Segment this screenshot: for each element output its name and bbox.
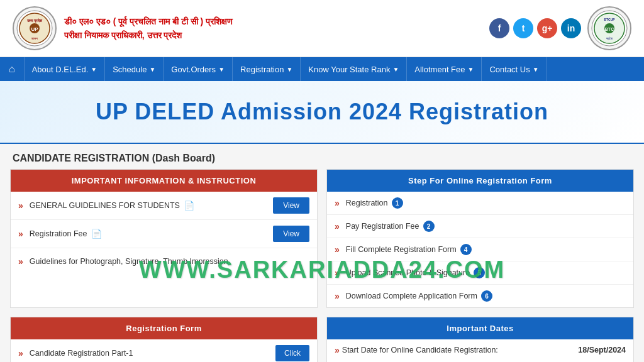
svg-text:BTC: BTC xyxy=(605,27,614,31)
important-dates-panel: Important Dates » Start Date for Online … xyxy=(326,317,634,362)
document-icon: 📄 xyxy=(91,229,102,239)
chevron-down-icon: ▼ xyxy=(392,66,399,73)
bullet-icon: » xyxy=(18,229,23,239)
bullet-icon: » xyxy=(335,221,340,231)
svg-text:प्रदेश: प्रदेश xyxy=(606,36,613,41)
step-number: 2 xyxy=(423,221,435,232)
hero-title: UP DELED Admission 2024 Registration xyxy=(13,99,631,125)
list-item: » Download Complete Application Form 6 xyxy=(327,285,633,307)
list-item: » Registration 1 xyxy=(327,192,633,215)
page-header: उत्तर प्रदेश UP शासन डी० एल० एड० ( पूर्व… xyxy=(0,0,644,57)
header-left: उत्तर प्रदेश UP शासन डी० एल० एड० ( पूर्व… xyxy=(13,6,233,50)
bullet-icon: » xyxy=(335,268,340,278)
registration-form-header: Registration Form xyxy=(11,317,317,339)
nav-allotment-fee[interactable]: Allotment Fee ▼ xyxy=(407,57,482,81)
bullet-icon: » xyxy=(18,256,23,266)
important-info-body: » GENERAL GUIDELINES FOR STUDENTS 📄 View… xyxy=(11,192,317,275)
bullet-icon: » xyxy=(335,291,340,301)
nav-govt-orders[interactable]: Govt.Orders ▼ xyxy=(164,57,233,81)
step-number: 1 xyxy=(392,197,403,209)
facebook-icon[interactable]: f xyxy=(489,18,509,38)
bullet-icon: » xyxy=(335,198,340,208)
nav-registration[interactable]: Registration ▼ xyxy=(233,57,301,81)
header-title: डी० एल० एड० ( पूर्व प्रचलित नाम बी टी सी… xyxy=(64,14,233,43)
home-icon: ⌂ xyxy=(9,63,15,75)
nav-schedule[interactable]: Schedule ▼ xyxy=(105,57,164,81)
document-icon: 📄 xyxy=(184,200,194,211)
step-number: 4 xyxy=(460,244,472,255)
view-registration-fee-button[interactable]: View xyxy=(273,226,309,242)
bullet-icon: » xyxy=(18,200,23,211)
registration-form-body: » Candidate Registration Part-1 Click xyxy=(11,339,317,362)
chevron-down-icon: ▼ xyxy=(91,66,97,73)
bullet-icon: » xyxy=(18,348,23,358)
step-number: 5 xyxy=(474,267,485,278)
list-item: » Fill Complete Registration Form 4 xyxy=(327,238,633,261)
steps-header: Step For Online Registration Form xyxy=(327,170,633,192)
navbar: ⌂ About D.EL.Ed. ▼ Schedule ▼ Govt.Order… xyxy=(0,57,644,81)
content-area: IMPORTANT INFORMATION & INSTRUCTION » GE… xyxy=(0,169,644,362)
content-grid: IMPORTANT INFORMATION & INSTRUCTION » GE… xyxy=(0,169,644,362)
list-item: » Upload Scanned Photo & Signature 5 xyxy=(327,261,633,285)
svg-text:शासन: शासन xyxy=(31,36,38,40)
important-dates-header: Important Dates xyxy=(327,317,633,339)
steps-body: » Registration 1 » Pay Registration Fee … xyxy=(327,192,633,307)
list-item: » Guidelines for Photograph, Signature, … xyxy=(11,248,317,275)
svg-text:UP: UP xyxy=(31,26,38,32)
section-title: CANDIDATE REGISTRATION (Dash Board) xyxy=(0,144,644,169)
nav-state-rank[interactable]: Know Your State Rank ▼ xyxy=(301,57,407,81)
important-dates-body: » Start Date for Online Candidate Regist… xyxy=(327,339,633,361)
date-value: 18/Sept/2024 xyxy=(578,346,626,354)
list-item: » Candidate Registration Part-1 Click xyxy=(11,339,317,362)
step-number: 6 xyxy=(481,290,492,302)
twitter-icon[interactable]: t xyxy=(513,18,533,38)
list-item: » Pay Registration Fee 2 xyxy=(327,215,633,238)
click-registration-button[interactable]: Click xyxy=(275,345,309,361)
logo-left: उत्तर प्रदेश UP शासन xyxy=(13,6,57,50)
chevron-down-icon: ▼ xyxy=(286,66,292,73)
chevron-down-icon: ▼ xyxy=(533,66,539,73)
logo-right: BTCUP BTC प्रदेश xyxy=(587,6,631,50)
svg-text:उत्तर प्रदेश: उत्तर प्रदेश xyxy=(26,18,43,23)
header-right: f t g+ in BTCUP BTC प्रदेश xyxy=(489,6,631,50)
list-item: » Registration Fee 📄 View xyxy=(11,220,317,248)
bullet-icon: » xyxy=(335,244,340,255)
list-item: » GENERAL GUIDELINES FOR STUDENTS 📄 View xyxy=(11,192,317,220)
nav-about[interactable]: About D.EL.Ed. ▼ xyxy=(25,57,106,81)
chevron-down-icon: ▼ xyxy=(218,66,225,73)
chevron-down-icon: ▼ xyxy=(149,66,155,73)
registration-form-panel: Registration Form » Candidate Registrati… xyxy=(10,317,318,362)
svg-text:BTCUP: BTCUP xyxy=(604,18,615,21)
social-icons: f t g+ in xyxy=(489,18,581,38)
bullet-icon: » xyxy=(335,345,340,355)
nav-contact-us[interactable]: Contact Us ▼ xyxy=(482,57,547,81)
hero-banner: UP DELED Admission 2024 Registration xyxy=(0,81,644,144)
view-general-guidelines-button[interactable]: View xyxy=(273,197,309,214)
important-info-panel: IMPORTANT INFORMATION & INSTRUCTION » GE… xyxy=(10,169,318,308)
important-info-header: IMPORTANT INFORMATION & INSTRUCTION xyxy=(11,170,317,192)
steps-panel: Step For Online Registration Form » Regi… xyxy=(326,169,634,308)
home-button[interactable]: ⌂ xyxy=(0,57,25,81)
chevron-down-icon: ▼ xyxy=(468,66,474,73)
googleplus-icon[interactable]: g+ xyxy=(537,18,557,38)
list-item: » Start Date for Online Candidate Regist… xyxy=(327,339,633,361)
linkedin-icon[interactable]: in xyxy=(561,18,581,38)
